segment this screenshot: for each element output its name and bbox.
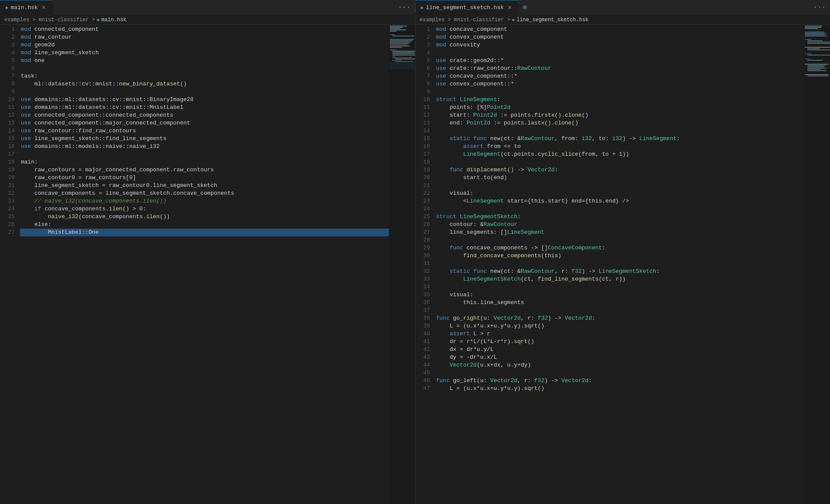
svg-rect-35 [807, 43, 830, 44]
svg-rect-48 [807, 70, 827, 71]
left-code-line-25: naive_i32(concave_components.ilen()) [20, 213, 389, 221]
right-code-line-37 [435, 307, 804, 314]
svg-rect-29 [805, 33, 827, 34]
left-code-line-20: raw_contour0 = raw_contours[0] [20, 174, 389, 182]
right-code-line-30: find_concave_components(this) [435, 252, 804, 260]
editors-container: 1234567891011121314151617181920212223242… [0, 25, 830, 504]
svg-rect-1 [390, 27, 403, 28]
svg-rect-50 [807, 75, 828, 76]
tab-close-left[interactable]: × [40, 4, 47, 11]
tab-more-right[interactable]: ··· [809, 0, 830, 15]
right-code-line-8: use convex_component::* [435, 80, 804, 88]
right-code-line-21 [435, 182, 804, 190]
svg-rect-31 [805, 36, 827, 36]
left-code-line-10: use domains::ml::datasets::cv::mnist::Bi… [20, 96, 389, 104]
left-code-area[interactable]: 1234567891011121314151617181920212223242… [0, 25, 415, 504]
svg-rect-32 [805, 39, 811, 40]
svg-rect-8 [390, 40, 412, 41]
left-tab-group: ◈ main.hsk × ··· [0, 0, 415, 15]
left-line-numbers: 1234567891011121314151617181920212223242… [0, 25, 18, 504]
left-code-line-19: raw_contours = major_connected_component… [20, 166, 389, 174]
tab-bar: ◈ main.hsk × ··· ◈ line_segment_sketch.h… [0, 0, 830, 15]
svg-rect-10 [390, 43, 409, 44]
left-code-line-6 [20, 65, 389, 72]
right-code-line-29: func concave_components -> []ConcaveComp… [435, 244, 804, 252]
right-code-line-28 [435, 236, 804, 244]
left-code-line-8: ml::datasets::cv::mnist::new_binary_data… [20, 80, 389, 88]
svg-rect-13 [390, 47, 402, 48]
right-code-line-5: use crate::geom2d::* [435, 57, 804, 65]
right-code-line-13: end: Point2d := points.lastx().clone() [435, 119, 804, 127]
right-code-line-46: func go_left(u: Vector2d, r: f32) -> Vec… [435, 377, 804, 385]
svg-rect-16 [392, 52, 414, 53]
right-code-line-12: start: Point2d := points.firstx().clone(… [435, 111, 804, 119]
right-code-line-7: use concave_component::* [435, 72, 804, 80]
breadcrumb-left: examples > mnist-classifier > ◈ main.hsk [0, 15, 415, 25]
left-minimap [389, 25, 415, 504]
svg-rect-25 [805, 26, 822, 26]
left-code-line-5: mod one [20, 57, 389, 65]
left-editor: 1234567891011121314151617181920212223242… [0, 25, 415, 504]
right-code-line-32: static func new(ct: &RawContour, r: f32)… [435, 268, 804, 275]
breadcrumb-right-file: line_segment_sketch.hsk [517, 17, 589, 23]
right-tab-group: ◈ line_segment_sketch.hsk × ⊞ ··· [415, 0, 830, 15]
svg-rect-42 [807, 60, 823, 61]
right-code-line-31 [435, 260, 804, 268]
right-code-line-6: use crate::raw_contour::RawContour [435, 65, 804, 72]
tab-label-right: line_segment_sketch.hsk [426, 4, 504, 11]
svg-rect-30 [805, 34, 825, 35]
svg-rect-27 [805, 28, 818, 29]
svg-rect-3 [390, 29, 406, 30]
svg-rect-45 [807, 66, 824, 67]
tab-label-left: main.hsk [11, 4, 38, 11]
svg-rect-47 [807, 69, 820, 70]
right-code-line-17: LineSegment(ct.points.cyclic_slice(from,… [435, 151, 804, 158]
svg-rect-4 [390, 31, 396, 32]
right-code-line-14 [435, 127, 804, 135]
svg-rect-17 [392, 53, 415, 54]
left-code-line-14: use raw_contour::find_raw_contours [20, 127, 389, 135]
right-code-line-36: this.line_segments [435, 299, 804, 307]
left-code-content[interactable]: mod connected_componentmod raw_contourmo… [18, 25, 389, 504]
svg-rect-0 [390, 26, 407, 26]
right-code-line-41: dr = r*L/(L*L-r*r).sqrt() [435, 338, 804, 346]
right-editor: 1234567891011121314151617181920212223242… [415, 25, 830, 504]
left-code-line-9 [20, 88, 389, 96]
svg-rect-6 [392, 36, 414, 36]
right-code-line-27: line_segments: []LineSegment [435, 229, 804, 236]
right-code-line-19: func displacement() -> Vector2d: [435, 166, 804, 174]
right-code-line-15: static func new(ct: &RawContour, from: i… [435, 135, 804, 143]
svg-rect-46 [807, 68, 827, 69]
right-code-line-1: mod concave_component [435, 26, 804, 33]
right-code-line-42: dx = dr*u.y/L [435, 346, 804, 353]
breadcrumb-right-file-icon: ◈ [512, 17, 515, 23]
breadcrumb-left-path: examples > mnist-classifier > [4, 17, 95, 23]
svg-rect-18 [392, 55, 415, 56]
tab-split-right[interactable]: ⊞ [519, 0, 531, 15]
right-code-line-18 [435, 158, 804, 166]
svg-rect-22 [392, 60, 401, 61]
right-code-area[interactable]: 1234567891011121314151617181920212223242… [415, 25, 830, 504]
right-code-line-45 [435, 369, 804, 377]
tab-more-left[interactable]: ··· [394, 0, 415, 15]
svg-rect-43 [805, 64, 829, 65]
breadcrumb-left-file-icon: ◈ [97, 17, 100, 23]
left-code-line-27: MnistLabel::One [20, 229, 389, 236]
right-code-content[interactable]: mod concave_componentmod convex_componen… [434, 25, 804, 504]
right-minimap [804, 25, 830, 504]
right-code-line-3: mod convexity [435, 41, 804, 49]
tab-main-hsk[interactable]: ◈ main.hsk × [0, 0, 53, 15]
svg-rect-14 [390, 49, 396, 50]
breadcrumb-right: examples > mnist-classifier > ◈ line_seg… [415, 15, 830, 25]
right-code-line-9 [435, 88, 804, 96]
breadcrumb-area: examples > mnist-classifier > ◈ main.hsk… [0, 15, 830, 25]
svg-rect-40 [807, 55, 830, 56]
svg-rect-33 [807, 40, 823, 41]
svg-rect-34 [807, 42, 830, 43]
left-code-line-3: mod geom2d [20, 41, 389, 49]
tab-close-right[interactable]: × [507, 4, 514, 11]
tab-line-segment[interactable]: ◈ line_segment_sketch.hsk × [415, 0, 519, 15]
svg-rect-21 [395, 59, 415, 59]
right-code-line-40: assert L > r [435, 330, 804, 338]
right-code-line-10: struct LineSegment: [435, 96, 804, 104]
